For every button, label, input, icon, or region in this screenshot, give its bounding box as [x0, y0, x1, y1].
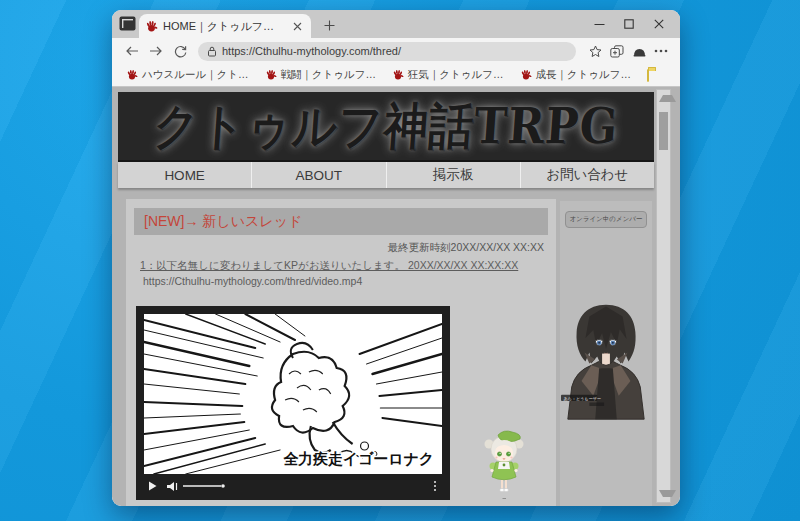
favorites-star-icon[interactable]	[584, 41, 606, 61]
window-controls	[584, 10, 674, 38]
minimize-button[interactable]	[584, 11, 614, 37]
profile-icon[interactable]	[628, 41, 650, 61]
nav-home[interactable]: HOME	[118, 162, 251, 188]
forward-button[interactable]	[144, 40, 168, 62]
scrollbar-thumb[interactable]	[659, 112, 668, 150]
member-avatar-image: あら：どうもーザー	[560, 295, 652, 421]
lock-icon	[207, 46, 217, 57]
bookmarks-bar: ハウスルール｜クト… 戦闘｜クトゥルフ… 狂気｜クトゥルフ… 成長｜クトゥルフ…	[112, 64, 680, 87]
bookmark-houserule[interactable]: ハウスルール｜クト…	[126, 68, 249, 82]
video-player[interactable]: 全力疾走イゴーロナク	[136, 306, 450, 500]
refresh-button[interactable]	[168, 40, 192, 62]
tab-bar: HOME｜クトゥルフ…	[112, 10, 680, 38]
bookmark-combat[interactable]: 戦闘｜クトゥルフ…	[265, 68, 377, 82]
handprint-icon	[392, 69, 404, 81]
more-menu-icon[interactable]	[650, 41, 672, 61]
bookmark-label: ハウスルール｜クト…	[142, 68, 249, 82]
site-banner: クトゥルフ神話TRPG	[118, 92, 654, 162]
browser-toolbar: https://Cthulhu-mythology.com/thred/	[112, 38, 680, 64]
nav-contact[interactable]: お問い合わせ	[520, 162, 654, 188]
bookmark-madness[interactable]: 狂気｜クトゥルフ…	[392, 68, 504, 82]
bookmark-label: 成長｜クトゥルフ…	[536, 68, 632, 82]
video-controls	[144, 474, 442, 498]
bookmark-folder-icon[interactable]	[647, 69, 649, 82]
site-nav: HOME ABOUT 掲示板 お問い合わせ	[118, 162, 654, 188]
address-bar[interactable]: https://Cthulhu-mythology.com/thred/	[198, 42, 576, 61]
video-frame-manga: 全力疾走イゴーロナク	[144, 314, 442, 474]
handprint-icon	[126, 69, 138, 81]
scroll-down-icon[interactable]	[659, 490, 676, 497]
last-updated-text: 最終更新時刻20XX/XX/XX XX:XX	[126, 241, 544, 255]
online-members-header[interactable]: オンライン中のメンバー	[565, 211, 647, 228]
page-scrollbar[interactable]	[656, 89, 671, 503]
tab-close-icon[interactable]	[289, 18, 305, 34]
tab-title: HOME｜クトゥルフ…	[163, 19, 289, 34]
browser-window: HOME｜クトゥルフ…	[112, 10, 680, 506]
scroll-up-icon[interactable]	[659, 95, 676, 102]
volume-icon[interactable]	[166, 481, 180, 492]
bookmark-label: 戦闘｜クトゥルフ…	[281, 68, 377, 82]
back-button[interactable]	[120, 40, 144, 62]
web-page: クトゥルフ神話TRPG HOME ABOUT 掲示板 お問い合わせ [NEW]→…	[112, 87, 680, 506]
active-tab[interactable]: HOME｜クトゥルフ…	[139, 14, 311, 38]
handprint-icon	[265, 69, 277, 81]
green-chibi-mascot	[478, 429, 530, 503]
video-url-text[interactable]: https://Cthulhu-mythology.com/thred/vide…	[143, 275, 556, 287]
nav-board[interactable]: 掲示板	[386, 162, 520, 188]
handprint-favicon-icon	[145, 20, 158, 33]
handprint-icon	[520, 69, 532, 81]
desktop: HOME｜クトゥルフ…	[0, 0, 800, 521]
volume-slider[interactable]	[183, 483, 227, 489]
maximize-button[interactable]	[614, 11, 644, 37]
collections-icon[interactable]	[606, 41, 628, 61]
video-more-icon[interactable]	[434, 481, 436, 491]
bookmark-growth[interactable]: 成長｜クトゥルフ…	[520, 68, 632, 82]
site-title: クトゥルフ神話TRPG	[152, 93, 621, 159]
play-icon[interactable]	[148, 481, 157, 491]
url-text[interactable]: https://Cthulhu-mythology.com/thred/	[222, 45, 401, 57]
post-line: 1：以下名無しに変わりましてKPがお送りいたします。 20XX/XX/XX XX…	[140, 259, 556, 273]
bookmark-label: 狂気｜クトゥルフ…	[408, 68, 504, 82]
tab-actions-icon[interactable]	[119, 16, 136, 31]
close-window-button[interactable]	[644, 11, 674, 37]
new-thread-banner[interactable]: [NEW]→ 新しいスレッド	[134, 208, 548, 235]
nav-about[interactable]: ABOUT	[251, 162, 385, 188]
video-caption: 全力疾走イゴーロナク	[282, 450, 434, 468]
members-sidebar: オンライン中のメンバー	[560, 201, 652, 506]
new-tab-button[interactable]	[320, 16, 338, 34]
